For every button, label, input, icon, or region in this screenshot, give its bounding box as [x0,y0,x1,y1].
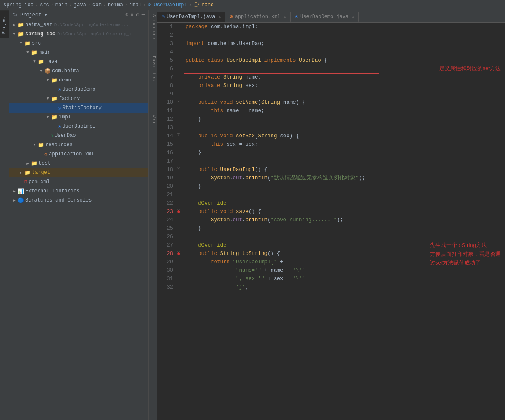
tree-item-userdao[interactable]: ℹ UserDao [9,131,148,140]
item-label-java: java [45,59,58,65]
tab-label-application-xml: application.xml [235,14,280,20]
tree-item-pom-xml[interactable]: m pom.xml [9,177,148,186]
breadcrumb-impl[interactable]: impl [129,2,141,8]
fold-marker-18[interactable]: ▽ [177,165,180,171]
expander-spring-ioc[interactable]: ▼ [11,32,18,36]
item-label-userdaoimpl: UserDaoImpl [62,123,95,129]
tree-item-main[interactable]: ▼ 📁 main [9,48,148,57]
fold-marker-14[interactable]: ▽ [177,132,180,137]
breadcrumb-src[interactable]: src [40,2,49,8]
annotation-1: 定义属性和对应的set方法 [439,65,501,72]
expander-test[interactable]: ▶ [24,161,31,166]
breadcrumb-bar: spring_ioc › src › main › java › com › h… [0,0,505,10]
tab-userdaodemo[interactable]: ☉ UserDaoDemo.java ✕ [291,12,359,22]
tab-close-application-xml[interactable]: ✕ [284,14,286,19]
item-label-target: target [32,170,50,176]
expander-impl[interactable]: ▼ [44,115,51,119]
tree-item-scratches[interactable]: ▶ 🔵 Scratches and Consoles [9,196,148,205]
tab-label-userdaodemo: UserDaoDemo.java [300,14,348,20]
expander-scratches[interactable]: ▶ [11,198,18,203]
java-icon-userdaoimpl: ☉ [58,123,61,130]
code-line-13 [186,123,503,132]
tree-item-factory[interactable]: ▼ 📁 factory [9,94,148,103]
vtab-structure[interactable]: Structure [149,10,158,43]
locate-file-btn[interactable]: ⊕ [125,12,128,18]
code-line-8: private String sex; [186,81,503,90]
tab-icon-application-xml: ⚙ [230,13,233,20]
code-line-26 [186,233,503,241]
folder-icon-java: 📁 [38,59,44,65]
folder-icon-demo: 📁 [51,77,58,84]
tab-application-xml[interactable]: ⚙ application.xml ✕ [225,12,290,22]
item-label-main: main [39,50,51,55]
vtab-project[interactable]: Project [0,10,9,38]
item-label-userdaodemo: UserDaoDemo [62,87,95,92]
settings-btn[interactable]: ⚙ [136,12,139,18]
code-line-9 [186,90,503,98]
tab-close-userdaodemo[interactable]: ✕ [352,14,354,19]
item-label-scratches: Scratches and Consoles [25,197,92,203]
breadcrumb-java[interactable]: java [74,2,86,8]
fold-marker-10[interactable]: ▽ [177,98,180,103]
expander-java[interactable]: ▼ [31,60,38,64]
hide-panel-btn[interactable]: — [142,12,145,18]
tree-item-userdaodemo[interactable]: ☉ UserDaoDemo [9,85,148,94]
breadcrumb-name[interactable]: ⓘ name [194,1,214,8]
tree-item-spring-ioc[interactable]: ▼ 📁 spring_ioc D:\Code\SpringCode\spring… [9,29,148,39]
tree-item-ext-libs[interactable]: ▶ 📊 External Libraries [9,186,148,196]
expander-target[interactable]: ▶ [18,171,24,175]
code-line-11: this.name = name; [186,107,503,115]
code-line-18: public UserDaoImpl() { [186,165,503,174]
tree-item-heima-ssm[interactable]: ▶ 📁 heima_ssm D:\Code\SpringCode\heima..… [9,20,148,29]
tree-item-test[interactable]: ▶ 📁 test [9,159,148,168]
tree-item-staticfactory[interactable]: ☉ StaticFactory [9,103,148,113]
expander-demo[interactable]: ▼ [44,78,51,82]
breadcrumb-userdaoimpl[interactable]: ⊙ UserDaoImpl [148,2,187,8]
sidebar-wrapper: Project 🗂 Project ▾ ⊕ ≡ ⚙ — ▶ [0,10,157,420]
tree-item-java[interactable]: ▼ 📁 java [9,57,148,66]
item-label-demo: demo [59,77,71,83]
console-icon: 🔵 [18,197,24,204]
tree-item-application-xml[interactable]: ⚙ application.xml [9,150,148,159]
tab-icon-userdaodemo: ☉ [295,13,298,20]
item-path-heima-ssm: D:\Code\SpringCode\heima... [54,22,129,27]
tree-item-com-heima[interactable]: ▼ 📦 com.heima [9,66,148,76]
breakpoint-23[interactable]: ● [177,207,180,216]
project-icon-spring-ioc: 📁 [18,31,24,37]
expander-com-heima[interactable]: ▼ [38,69,44,73]
expander-resources[interactable]: ▼ [31,143,38,147]
expander-src[interactable]: ▼ [18,41,24,45]
tree-item-demo[interactable]: ▼ 📁 demo [9,76,148,85]
breadcrumb-spring-ioc[interactable]: spring_ioc [3,2,34,8]
panel-title: 🗂 Project ▾ [13,12,47,18]
expander-heima-ssm[interactable]: ▶ [11,23,18,27]
code-editor: 1 2 3 4 5 6 7 8 9 10 11 12 13 14 15 16 1… [157,23,505,420]
tree-item-userdaoimpl[interactable]: ☉ UserDaoImpl [9,122,148,131]
vtab-web[interactable]: Web [149,110,158,127]
tab-userdaoimpl[interactable]: ☉ UserDaoImpl.java ✕ [157,12,225,22]
code-line-17 [186,157,503,165]
code-line-14: public void setSex(String sex) { [186,132,503,140]
code-line-7: private String name; [186,73,503,81]
right-vertical-tabs: Structure Favorites Web [148,10,157,420]
tree-item-target[interactable]: ▶ 📁 target [9,168,148,177]
item-label-factory: factory [59,96,80,102]
vtab-favorites[interactable]: Favorites [149,52,158,85]
tree-item-src[interactable]: ▼ 📁 src [9,39,148,48]
tab-close-userdaoimpl[interactable]: ✕ [218,14,221,19]
code-line-21 [186,191,503,199]
breakpoint-28[interactable]: ● [177,249,180,258]
collapse-all-btn[interactable]: ≡ [131,12,133,18]
project-tree: 🗂 Project ▾ ⊕ ≡ ⚙ — ▶ 📁 heima_ssm D:\Cod… [9,10,148,420]
tree-item-impl[interactable]: ▼ 📁 impl [9,113,148,122]
expander-ext-libs[interactable]: ▶ [11,189,18,194]
tree-item-resources[interactable]: ▼ 📁 resources [9,140,148,150]
expander-factory[interactable]: ▼ [44,97,51,101]
code-content[interactable]: 定义属性和对应的set方法 先生成一个toString方法方便后面打印对象，看是… [184,23,505,420]
interface-icon-userdao: ℹ [51,133,53,139]
expander-main[interactable]: ▼ [24,50,31,55]
breadcrumb-heima[interactable]: heima [108,2,123,8]
item-label-heima-ssm: heima_ssm [25,22,52,28]
breadcrumb-com[interactable]: com [92,2,102,8]
breadcrumb-main[interactable]: main [55,2,68,8]
